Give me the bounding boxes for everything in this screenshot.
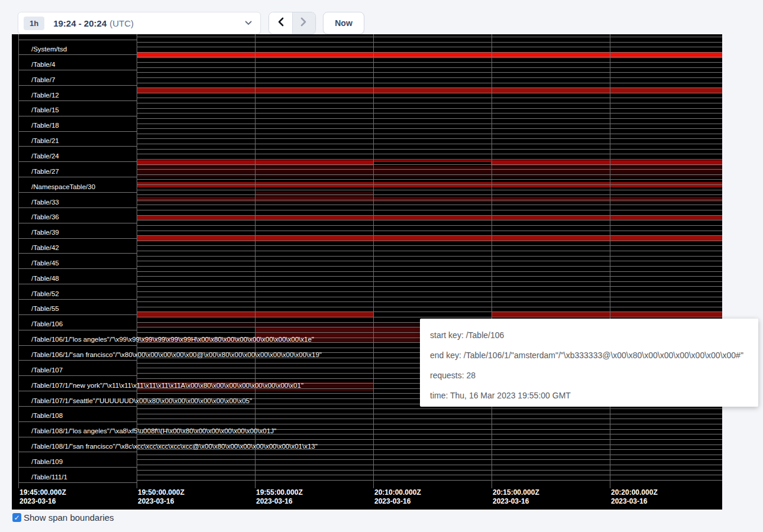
key-label: /Table/48 xyxy=(31,275,59,283)
time-range-dropdown[interactable]: 1h 19:24 - 20:24 (UTC) xyxy=(18,12,261,34)
tooltip-end-key: end key: /Table/106/1/"amsterdam"/"\xb33… xyxy=(430,345,748,365)
axis-tick-time: 19:50:00.000Z xyxy=(138,488,185,497)
key-visualizer-heatmap[interactable]: /System/tsd/Table/4/Table/7/Table/12/Tab… xyxy=(12,34,722,510)
key-label: /Table/39 xyxy=(31,229,59,236)
axis-tick-date: 2023-03-16 xyxy=(493,497,529,505)
tooltip-start-key: start key: /Table/106 xyxy=(430,325,748,345)
axis-tick-time: 20:15:00.000Z xyxy=(493,488,539,497)
column-boundary-line xyxy=(492,34,492,488)
key-label: /Table/36 xyxy=(31,213,59,221)
now-button-label: Now xyxy=(335,18,353,28)
key-label: /Table/52 xyxy=(31,290,59,298)
key-label: /Table/109 xyxy=(31,458,63,466)
column-boundary-line xyxy=(255,34,256,488)
key-label: /Table/12 xyxy=(31,92,59,99)
key-visualizer-page: 1h 19:24 - 20:24 (UTC) Now /System/tsd/T… xyxy=(0,0,763,532)
key-label: /Table/42 xyxy=(31,244,59,252)
axis-tick-date: 2023-03-16 xyxy=(374,497,410,505)
key-label: /Table/108/1/"san francisco"/"\x8c\xcc\x… xyxy=(31,443,318,450)
key-label: /Table/15 xyxy=(31,106,59,114)
chevron-right-icon xyxy=(300,17,307,29)
key-label: /Table/107/1/"new york"/"\x11\x11\x11\x1… xyxy=(31,382,303,390)
heatmap-tooltip: start key: /Table/106 end key: /Table/10… xyxy=(420,319,758,407)
key-label: /Table/111/1 xyxy=(31,473,67,481)
time-range-zone: (UTC) xyxy=(109,18,134,28)
key-label: /Table/108 xyxy=(31,412,63,420)
time-nav-button-group xyxy=(269,12,316,34)
key-label: /Table/106 xyxy=(31,320,63,328)
column-boundary-line xyxy=(610,34,610,488)
key-label: /System/tsd xyxy=(31,46,67,53)
checkmark-icon: ✓ xyxy=(14,514,20,521)
tooltip-time: time: Thu, 16 Mar 2023 19:55:00 GMT xyxy=(430,385,748,406)
axis-tick-date: 2023-03-16 xyxy=(256,497,292,505)
key-label: /Table/27 xyxy=(31,168,59,176)
key-label: /NamespaceTable/30 xyxy=(31,183,95,191)
key-label: /Table/108/1/"los angeles"/"\xa8\xf5\u00… xyxy=(31,427,276,435)
time-range-label: 19:24 - 20:24 xyxy=(53,18,106,28)
axis-tick-time: 19:55:00.000Z xyxy=(256,488,303,497)
column-boundary-line xyxy=(137,34,137,488)
show-span-boundaries-label: Show span boundaries xyxy=(24,513,114,523)
column-boundary-line xyxy=(18,34,19,488)
axis-tick-time: 20:10:00.000Z xyxy=(374,488,421,497)
key-label: /Table/106/1/"los angeles"/"\x99\x99\x99… xyxy=(31,336,314,343)
key-label: /Table/21 xyxy=(31,137,59,145)
key-label: /Table/24 xyxy=(31,153,59,160)
key-label: /Table/107 xyxy=(31,366,63,374)
key-label: /Table/45 xyxy=(31,259,59,267)
key-label: /Table/55 xyxy=(31,305,59,313)
prev-time-button[interactable] xyxy=(269,12,293,34)
column-boundary-line xyxy=(373,34,374,488)
key-label: /Table/106/1/"san francisco"/"\x80\x00\x… xyxy=(31,351,322,359)
axis-tick-date: 2023-03-16 xyxy=(611,497,647,505)
show-span-boundaries-checkbox[interactable]: ✓ xyxy=(12,513,21,522)
time-range-duration-chip: 1h xyxy=(24,17,44,30)
key-label: /Table/18 xyxy=(31,122,59,129)
axis-tick-time: 20:20:00.000Z xyxy=(611,488,658,497)
chevron-down-icon xyxy=(245,21,252,25)
axis-tick-time: 19:45:00.000Z xyxy=(20,488,66,497)
chevron-left-icon xyxy=(277,17,284,29)
tooltip-requests: requests: 28 xyxy=(430,365,748,385)
axis-tick-date: 2023-03-16 xyxy=(20,497,56,505)
axis-tick-date: 2023-03-16 xyxy=(138,497,174,505)
key-label: /Table/4 xyxy=(31,61,55,69)
next-time-button[interactable] xyxy=(293,12,316,34)
span-boundary-grid xyxy=(137,37,722,485)
key-label: /Table/107/1/"seattle"/"UUUUUUD\x00\x80\… xyxy=(31,397,252,405)
key-label: /Table/33 xyxy=(31,199,59,206)
key-label: /Table/7 xyxy=(31,76,55,84)
now-button[interactable]: Now xyxy=(323,12,364,34)
